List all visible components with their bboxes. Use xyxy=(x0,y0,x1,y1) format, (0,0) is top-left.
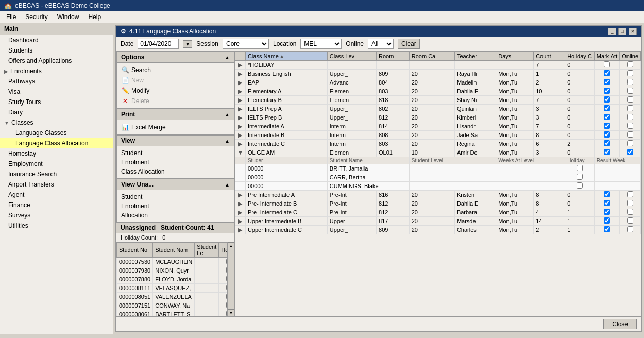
view-una-student-action[interactable]: Student xyxy=(119,192,232,201)
sidebar-item-language-class-allocation[interactable]: Language Class Allocation xyxy=(0,138,113,148)
sidebar-item-classes[interactable]: ▼ Classes xyxy=(0,117,113,128)
sidebar-item-students[interactable]: Students xyxy=(0,45,113,56)
sidebar-item-enrolments[interactable]: ▶ Enrolments xyxy=(0,66,113,76)
expand-cell[interactable]: ▶ xyxy=(235,208,246,217)
sidebar-item-utilities[interactable]: Utilities xyxy=(0,221,113,231)
list-item[interactable]: ▶ Intermediate B Interm 808 20 Jade Sa M… xyxy=(235,131,641,140)
online-select[interactable]: All Yes No xyxy=(368,39,394,49)
view-section-header[interactable]: View ▲ xyxy=(116,135,234,146)
online-checkbox[interactable] xyxy=(627,226,633,232)
expand-cell[interactable]: ▶ xyxy=(235,70,246,78)
expand-cell[interactable]: ▼ xyxy=(235,148,246,157)
col-holiday-count[interactable]: Holiday C xyxy=(565,52,595,61)
online-checkbox[interactable] xyxy=(627,61,633,67)
expand-cell[interactable]: ▶ xyxy=(235,140,246,148)
col-class-name[interactable]: Class Name ▲ xyxy=(245,52,327,61)
mark-att-checkbox[interactable] xyxy=(604,88,610,94)
expand-cell[interactable]: ▶ xyxy=(235,87,246,96)
col-mark-att[interactable]: Mark Att xyxy=(594,52,619,61)
sidebar-item-insurance[interactable]: Insurance Search xyxy=(0,169,113,179)
view-una-section-header[interactable]: View Una... ▲ xyxy=(116,179,234,190)
expand-cell[interactable]: ▶ xyxy=(235,61,246,70)
col-room-cap[interactable]: Room Ca xyxy=(409,52,454,61)
expand-cell[interactable]: ▶ xyxy=(235,78,246,87)
mark-att-checkbox[interactable] xyxy=(604,123,610,129)
expand-cell[interactable]: ▶ xyxy=(235,113,246,122)
online-checkbox[interactable] xyxy=(627,149,633,155)
list-item[interactable]: ▶ IELTS Prep A Upper_ 802 20 Quinlan Mon… xyxy=(235,105,641,113)
list-item[interactable]: ▶ Business English Upper_ 809 20 Raya Hi… xyxy=(235,70,641,78)
sidebar-item-diary[interactable]: Diary xyxy=(0,107,113,117)
view-student-action[interactable]: Student xyxy=(119,148,232,158)
col-student-level[interactable]: Student Le xyxy=(195,243,219,258)
mark-att-checkbox[interactable] xyxy=(604,79,610,85)
minimize-button[interactable]: _ xyxy=(608,28,616,35)
sub-holiday-checkbox[interactable] xyxy=(577,174,583,180)
mark-att-checkbox[interactable] xyxy=(604,217,610,224)
mark-att-checkbox[interactable] xyxy=(604,61,610,67)
list-item[interactable]: ▼ OL GE AM Elemen OL01 10 Amir De Mon,Tu… xyxy=(235,148,641,157)
list-item[interactable]: ▶ *HOLIDAY 7 0 xyxy=(235,61,641,70)
mark-att-checkbox[interactable] xyxy=(604,149,610,155)
table-row[interactable]: 0000008111 VELASQUEZ, xyxy=(117,284,228,293)
search-action[interactable]: 🔍 Search xyxy=(119,65,232,75)
online-checkbox[interactable] xyxy=(627,79,633,85)
list-item[interactable]: ▶ Elementary A Elemen 803 20 Dahlia E Mo… xyxy=(235,87,641,96)
menu-file[interactable]: File xyxy=(2,12,20,22)
table-row[interactable]: 0000007151 CONWAY, Na xyxy=(117,301,228,310)
mark-att-checkbox[interactable] xyxy=(604,131,610,138)
col-days[interactable]: Days xyxy=(496,52,534,61)
online-checkbox[interactable] xyxy=(627,209,633,215)
print-section-header[interactable]: Print ▲ xyxy=(116,109,234,120)
table-row[interactable]: 0000008051 VALENZUELA xyxy=(117,293,228,301)
mark-att-checkbox[interactable] xyxy=(604,114,610,120)
online-checkbox[interactable] xyxy=(627,140,633,146)
expand-cell[interactable]: ▶ xyxy=(235,122,246,131)
sidebar-item-finance[interactable]: Finance xyxy=(0,200,113,210)
mark-att-checkbox[interactable] xyxy=(604,191,610,197)
expanded-student-row[interactable]: 00000 CARR, Bertha xyxy=(235,173,641,182)
col-online[interactable]: Online xyxy=(620,52,641,61)
col-room[interactable]: Room xyxy=(377,52,410,61)
expand-cell[interactable]: ▶ xyxy=(235,191,246,199)
list-item[interactable]: ▶ Pre- Intermediate C Pre-Int 812 20 Bar… xyxy=(235,208,641,217)
expand-cell[interactable]: ▶ xyxy=(235,217,246,226)
table-row[interactable]: 0000008061 BARTLETT, S xyxy=(117,310,228,317)
online-checkbox[interactable] xyxy=(627,191,633,197)
online-checkbox[interactable] xyxy=(627,200,633,206)
menu-window[interactable]: Window xyxy=(53,12,83,22)
scroll-down-button[interactable]: ▼ xyxy=(228,309,235,316)
list-item[interactable]: ▶ Pre Intermediate A Pre-Int 816 20 Kris… xyxy=(235,191,641,199)
list-item[interactable]: ▶ Intermediate A Interm 814 20 Lisandr M… xyxy=(235,122,641,131)
list-item[interactable]: ▶ Intermediate C Interm 803 20 Regina Mo… xyxy=(235,140,641,148)
menu-security[interactable]: Security xyxy=(21,12,52,22)
col-class-level[interactable]: Class Lev xyxy=(327,52,376,61)
sub-holiday-checkbox[interactable] xyxy=(577,182,583,189)
maximize-button[interactable]: □ xyxy=(618,28,626,35)
sidebar-item-offers[interactable]: Offers and Applications xyxy=(0,56,113,66)
sidebar-item-visa[interactable]: Visa xyxy=(0,87,113,97)
expand-cell[interactable]: ▶ xyxy=(235,96,246,105)
col-student-name[interactable]: Student Nam xyxy=(153,243,195,258)
mark-att-checkbox[interactable] xyxy=(604,209,610,215)
mark-att-checkbox[interactable] xyxy=(604,105,610,111)
expand-cell[interactable]: ▶ xyxy=(235,199,246,208)
scroll-up-button[interactable]: ▲ xyxy=(228,242,235,249)
delete-action[interactable]: ✕ Delete xyxy=(119,96,232,106)
col-teacher[interactable]: Teacher xyxy=(454,52,496,61)
expand-cell[interactable]: ▶ xyxy=(235,226,246,234)
list-item[interactable]: ▶ Pre- Intermediate B Pre-Int 812 20 Dah… xyxy=(235,199,641,208)
online-checkbox[interactable] xyxy=(627,88,633,94)
sidebar-item-homestay[interactable]: Homestay xyxy=(0,148,113,159)
view-una-allocation-action[interactable]: Allocation xyxy=(119,211,232,220)
sidebar-item-dashboard[interactable]: Dashboard xyxy=(0,35,113,45)
table-row[interactable]: 0000007930 NIXON, Quyr xyxy=(117,266,228,275)
online-checkbox[interactable] xyxy=(627,105,633,111)
excel-merge-action[interactable]: 📊 Excel Merge xyxy=(119,122,232,132)
sidebar-item-pathways[interactable]: Pathways xyxy=(0,76,113,87)
view-una-enrolment-action[interactable]: Enrolment xyxy=(119,201,232,211)
table-row[interactable]: 0000007530 MCLAUGHLIN xyxy=(117,258,228,266)
mark-att-checkbox[interactable] xyxy=(604,226,610,232)
online-checkbox[interactable] xyxy=(627,123,633,129)
col-student-no[interactable]: Student No xyxy=(117,243,153,258)
